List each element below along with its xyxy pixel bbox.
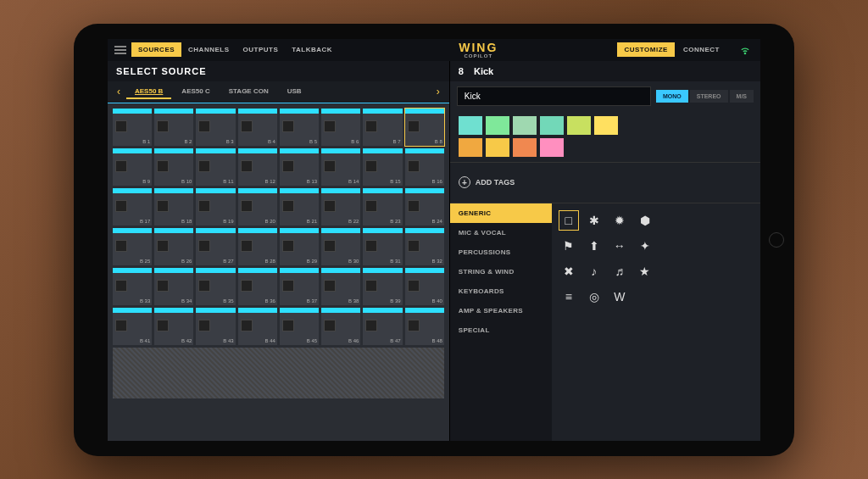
source-slot[interactable]: B 4 [238,109,277,146]
channel-icon[interactable]: ◎ [584,287,604,307]
channel-icon[interactable]: ♬ [609,261,630,281]
color-swatch[interactable] [459,138,482,157]
channel-icon[interactable]: ⚑ [559,236,579,256]
channel-icon[interactable]: ★ [635,261,655,281]
source-slot[interactable]: B 23 [363,188,402,226]
channel-icon[interactable]: □ [559,210,579,231]
add-tags-button[interactable]: + ADD TAGS [450,163,760,203]
source-slot[interactable]: B 17 [113,188,152,226]
brand-subtitle: COPILOT [342,53,614,58]
channel-icon[interactable]: ⬢ [635,210,655,231]
source-slot[interactable]: B 32 [405,228,444,265]
category-percussions[interactable]: PERCUSSIONS [450,242,552,262]
source-slot[interactable]: B 3 [196,109,235,146]
channel-icon[interactable]: ↔ [609,236,630,256]
channel-icon[interactable]: ✖ [559,261,579,281]
channel-icon[interactable]: ⬆ [584,236,604,256]
source-slot[interactable]: B 25 [113,228,152,265]
tab-outputs[interactable]: OUTPUTS [236,42,286,57]
source-slot[interactable]: B 41 [113,308,152,345]
source-slot[interactable]: B 7 [363,109,402,146]
source-slot[interactable]: B 37 [280,268,319,305]
color-swatch[interactable] [513,138,537,157]
source-tab-stage-con[interactable]: STAGE CON [220,85,277,99]
source-slot[interactable]: B 13 [280,148,319,186]
home-button[interactable] [769,232,784,248]
channel-icon[interactable]: ✱ [584,210,604,231]
source-slot[interactable]: B 9 [113,148,152,186]
channel-icon[interactable]: ≡ [559,287,579,307]
menu-icon[interactable] [113,43,128,57]
tab-channels[interactable]: CHANNELS [181,42,236,57]
source-slot[interactable]: B 35 [196,268,235,305]
mode-ms[interactable]: M/S [730,90,754,103]
source-slot[interactable]: B 22 [321,188,360,226]
channel-icon[interactable]: ✹ [609,210,630,231]
mode-stereo[interactable]: STEREO [690,90,728,103]
tab-sources[interactable]: SOURCES [131,42,181,57]
source-slot[interactable]: B 31 [363,228,402,265]
source-slot[interactable]: B 30 [321,228,360,265]
source-slot[interactable]: B 6 [321,109,360,146]
source-slot[interactable]: B 48 [405,308,444,345]
category-generic[interactable]: GENERIC [450,203,552,223]
source-slot[interactable]: B 34 [154,268,193,305]
name-input[interactable] [457,86,651,106]
color-swatch[interactable] [567,116,591,135]
chevron-right-icon[interactable]: › [432,86,444,97]
category-amp-speakers[interactable]: AMP & SPEAKERS [450,301,552,320]
source-slot[interactable]: B 11 [196,148,235,186]
source-slot[interactable]: B 18 [154,188,193,226]
tab-connect[interactable]: CONNECT [676,42,726,57]
source-slot[interactable]: B 47 [363,308,402,345]
source-slot[interactable]: B 19 [196,188,235,226]
tab-talkback[interactable]: TALKBACK [285,42,339,57]
source-slot[interactable]: B 1 [113,109,152,146]
source-slot[interactable]: B 40 [405,268,444,305]
source-slot[interactable]: B 8 [405,109,444,146]
color-swatch[interactable] [486,138,509,157]
color-swatch[interactable] [459,116,482,135]
category-string-wind[interactable]: STRING & WIND [450,262,552,281]
source-slot[interactable]: B 39 [363,268,402,305]
chevron-left-icon[interactable]: ‹ [113,86,125,97]
color-swatch[interactable] [540,116,564,135]
source-tab-usb[interactable]: USB [279,85,310,99]
source-slot[interactable]: B 20 [238,188,277,226]
source-slot[interactable]: B 38 [321,268,360,305]
source-slot[interactable]: B 10 [154,148,193,186]
source-slot[interactable]: B 26 [154,228,193,265]
source-slot[interactable]: B 42 [154,308,193,345]
color-swatch[interactable] [594,116,618,135]
channel-icon[interactable]: ✦ [635,236,655,256]
source-slot[interactable]: B 24 [405,188,444,226]
source-slot[interactable]: B 29 [280,228,319,265]
channel-icon[interactable]: W [609,287,630,307]
source-slot[interactable]: B 15 [363,148,402,186]
color-swatch[interactable] [486,116,509,135]
source-slot[interactable]: B 43 [196,308,235,345]
mode-mono[interactable]: MONO [656,90,688,103]
source-slot[interactable]: B 21 [280,188,319,226]
color-swatch[interactable] [513,116,537,135]
channel-icon[interactable]: ♪ [584,261,604,281]
source-slot[interactable]: B 27 [196,228,235,265]
source-slot[interactable]: B 45 [280,308,319,345]
source-tab-aes50-c[interactable]: AES50 C [173,85,218,99]
source-slot[interactable]: B 44 [238,308,277,345]
source-tab-aes50-b[interactable]: AES50 B [126,85,171,99]
source-slot[interactable]: B 16 [405,148,444,186]
color-swatch[interactable] [540,138,564,157]
tab-customize[interactable]: CUSTOMIZE [617,42,674,57]
category-keyboards[interactable]: KEYBOARDS [450,281,552,301]
source-slot[interactable]: B 33 [113,268,152,305]
source-slot[interactable]: B 2 [154,109,193,146]
source-slot[interactable]: B 5 [280,109,319,146]
source-slot[interactable]: B 36 [238,268,277,305]
source-slot[interactable]: B 12 [238,148,277,186]
source-slot[interactable]: B 28 [238,228,277,265]
source-slot[interactable]: B 14 [321,148,360,186]
category-mic-vocal[interactable]: MIC & VOCAL [450,223,552,242]
category-special[interactable]: SPECIAL [450,320,552,340]
source-slot[interactable]: B 46 [321,308,360,345]
